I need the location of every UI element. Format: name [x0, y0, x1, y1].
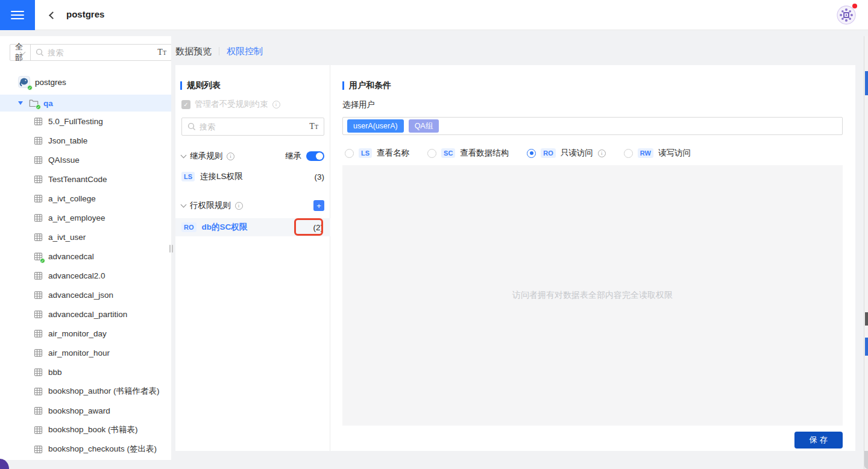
inherit-toggle-label: 继承: [285, 151, 301, 162]
main-tabs: 数据预览 权限控制: [175, 44, 263, 58]
table-icon: [34, 233, 43, 242]
info-icon[interactable]: i: [227, 153, 234, 160]
sidebar-table-item[interactable]: a_ivt_employee: [0, 208, 171, 227]
permission-label: 查看数据结构: [460, 148, 509, 159]
permission-option-SC[interactable]: SC查看数据结构: [427, 148, 509, 159]
radio-icon[interactable]: [527, 149, 536, 158]
table-icon: [34, 348, 43, 357]
table-name: TestTenantCode: [48, 175, 107, 184]
rules-column: 规则列表 ✓ 管理者不受规则约束 i TT 继承规则 i 继: [175, 65, 330, 451]
sidebar-resize-handle[interactable]: [169, 245, 173, 253]
sidebar-table-item[interactable]: Json_table: [0, 131, 171, 150]
permission-option-LS[interactable]: LS查看名称: [345, 148, 409, 159]
schema-node-qa[interactable]: ✓ qa: [0, 95, 171, 112]
search-icon: [187, 122, 196, 131]
collapse-chevron-icon[interactable]: [181, 153, 187, 159]
sidebar-table-item[interactable]: air_monitor_day: [0, 324, 171, 343]
permission-description: 访问者拥有对数据表全部内容完全读取权限: [512, 290, 673, 301]
radio-icon[interactable]: [624, 149, 633, 158]
match-case-icon[interactable]: TT: [157, 48, 166, 57]
save-button[interactable]: 保 存: [794, 432, 843, 449]
notification-dot: [852, 4, 857, 8]
table-icon: [34, 213, 43, 222]
sidebar-table-item[interactable]: bookshop_award: [0, 401, 171, 420]
sidebar-table-item[interactable]: 5.0_FullTesting: [0, 112, 171, 131]
table-name: air_monitor_hour: [48, 348, 110, 357]
table-name: bookshop_checkouts (签出表): [48, 444, 157, 455]
table-icon: [34, 156, 43, 165]
synced-badge-icon: ✓: [40, 258, 45, 263]
permission-badge: RW: [638, 148, 653, 158]
hamburger-icon: [11, 11, 24, 12]
expand-caret-icon[interactable]: [18, 101, 23, 105]
rule-search-input[interactable]: [200, 122, 306, 131]
table-icon: [34, 136, 43, 145]
table-icon: [34, 194, 43, 203]
schema-folder-icon: ✓: [29, 99, 39, 107]
search-icon: [36, 48, 44, 57]
radio-icon[interactable]: [345, 149, 354, 158]
users-title: 用户和条件: [349, 80, 391, 91]
tab-permission-control[interactable]: 权限控制: [227, 46, 263, 57]
tab-data-preview[interactable]: 数据预览: [175, 46, 212, 57]
table-name: a_ivt_user: [48, 233, 86, 242]
admin-exempt-checkbox-row: ✓ 管理者不受规则约束 i: [181, 99, 280, 110]
inherit-toggle[interactable]: [306, 151, 324, 161]
sidebar-table-item[interactable]: QAIssue: [0, 150, 171, 169]
table-icon: ✓: [34, 252, 43, 261]
permission-radio-group: LS查看名称SC查看数据结构RO只读访问iRW读写访问: [345, 148, 691, 159]
inherit-section-label: 继承规则: [190, 151, 222, 162]
info-icon[interactable]: i: [235, 202, 243, 210]
rule-item-ro-selected[interactable]: RO db的SC权限 (2): [175, 218, 330, 236]
hamburger-menu-button[interactable]: [0, 0, 35, 30]
user-tag[interactable]: userA(userA): [347, 119, 404, 133]
permission-description-area: 访问者拥有对数据表全部内容完全读取权限: [342, 165, 843, 426]
table-name: bookshop_book (书籍表): [48, 424, 138, 435]
sidebar-table-item[interactable]: bookshop_author (书籍作者表): [0, 382, 171, 401]
sidebar-table-item[interactable]: advancedcal2.0: [0, 266, 171, 285]
connection-node-postgres[interactable]: ✓ postgres: [0, 74, 171, 90]
table-name: a_ivt_college: [48, 194, 96, 203]
type-filter-select[interactable]: 全部: [10, 45, 31, 60]
sidebar-table-item[interactable]: bookshop_checkouts (签出表): [0, 439, 171, 459]
info-icon[interactable]: i: [598, 150, 606, 157]
back-button[interactable]: [46, 10, 57, 20]
sidebar-table-item[interactable]: air_monitor_hour: [0, 343, 171, 362]
permission-option-RO[interactable]: RO只读访问i: [527, 148, 606, 159]
table-name: 5.0_FullTesting: [48, 117, 103, 126]
info-icon[interactable]: i: [272, 101, 280, 109]
sidebar-table-item[interactable]: advancedcal_partition: [0, 304, 171, 324]
sidebar-table-item[interactable]: bbb: [0, 362, 171, 382]
user-select-input[interactable]: userA(userA)QA组: [342, 117, 843, 135]
sidebar-table-item[interactable]: bookshop_book (书籍表): [0, 420, 171, 439]
checkbox-checked-disabled-icon[interactable]: ✓: [181, 100, 190, 109]
sidebar-filter-bar: 全部 TT: [10, 44, 171, 61]
accent-bar: [180, 81, 182, 90]
topbar: postgres: [0, 0, 868, 30]
permission-badge: SC: [441, 148, 455, 158]
sidebar-table-item[interactable]: ✓advancedcal: [0, 247, 171, 266]
avatar-pattern-icon: [837, 5, 856, 25]
user-tag[interactable]: QA组: [409, 119, 439, 133]
sidebar-table-item[interactable]: a_ivt_user: [0, 227, 171, 247]
sidebar-table-item[interactable]: advancedcal_json: [0, 285, 171, 304]
radio-icon[interactable]: [427, 149, 436, 158]
table-icon: [34, 406, 43, 415]
table-name: advancedcal: [48, 252, 94, 261]
match-case-icon[interactable]: TT: [309, 122, 318, 131]
page-title: postgres: [66, 9, 104, 19]
user-avatar[interactable]: [837, 5, 856, 25]
sidebar-table-item[interactable]: a_ivt_college: [0, 189, 171, 208]
corner-widget[interactable]: [0, 459, 9, 469]
sidebar: 全部 TT: [0, 36, 171, 460]
table-name: a_ivt_employee: [48, 213, 105, 222]
permission-label: 只读访问: [561, 148, 593, 159]
rule-item-ls[interactable]: LS 连接LS权限 (3): [181, 171, 324, 182]
sidebar-table-item[interactable]: TestTenantCode: [0, 169, 171, 189]
add-rule-button[interactable]: +: [313, 200, 324, 211]
sidebar-search-input[interactable]: [48, 48, 154, 57]
collapse-chevron-icon[interactable]: [181, 202, 187, 208]
rule-name: db的SC权限: [202, 222, 248, 233]
permission-option-RW[interactable]: RW读写访问: [624, 148, 691, 159]
rule-name: 连接LS权限: [200, 171, 243, 182]
